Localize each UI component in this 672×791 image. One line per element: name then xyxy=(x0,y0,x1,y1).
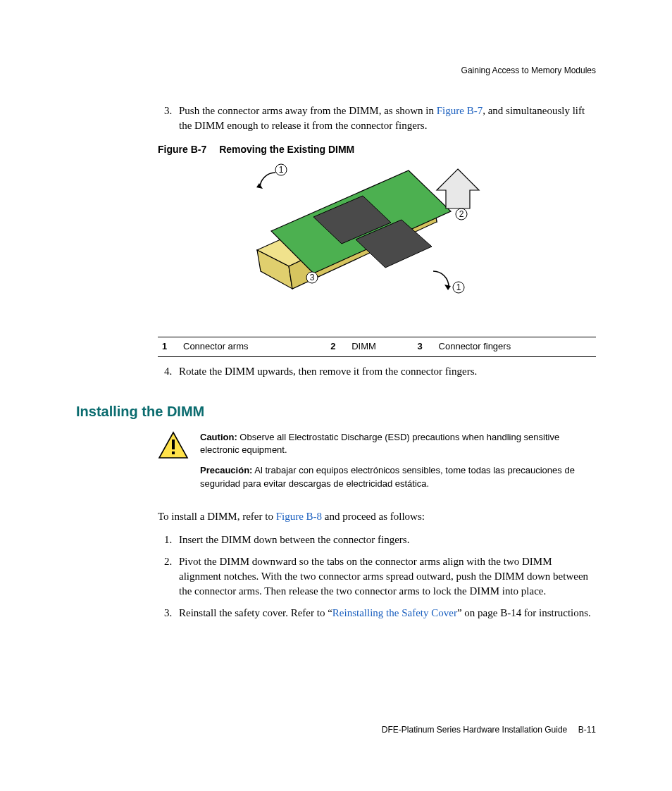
step-3-text-a: Push the connector arms away from the DI… xyxy=(179,105,437,116)
install-intro-b: and proceed as follows: xyxy=(322,511,425,522)
svg-rect-16 xyxy=(172,451,175,454)
remove-step-3: Push the connector arms away from the DI… xyxy=(175,104,596,133)
dimm-illustration: 1 1 2 3 xyxy=(222,162,532,324)
caution-block: Caution: Observe all Electrostatic Disch… xyxy=(158,431,596,498)
svg-marker-7 xyxy=(437,169,479,208)
figure-b8-link[interactable]: Figure B-8 xyxy=(276,511,322,522)
legend-3-text: Connector fingers xyxy=(435,337,596,356)
caution-label-es: Precaución: xyxy=(200,465,252,475)
install-intro-a: To install a DIMM, refer to xyxy=(158,511,276,522)
legend-1-text: Connector arms xyxy=(179,337,326,356)
install-step-2: Pivot the DIMM downward so the tabs on t… xyxy=(175,554,596,599)
section-heading-installing: Installing the DIMM xyxy=(76,401,596,421)
install-step-3-b: ” on page B-14 for instructions. xyxy=(457,607,591,618)
footer-doc-title: DFE-Platinum Series Hardware Installatio… xyxy=(382,725,567,735)
page-footer: DFE-Platinum Series Hardware Installatio… xyxy=(382,724,596,736)
install-steps: Insert the DIMM down between the connect… xyxy=(158,532,596,621)
install-step-3-a: Reinstall the safety cover. Refer to “ xyxy=(179,607,332,618)
caution-es: Precaución: Al trabajar con equipos elec… xyxy=(200,464,596,491)
caution-label-en: Caution: xyxy=(200,432,237,442)
legend-2-num: 2 xyxy=(326,337,347,356)
callout-1a: 1 xyxy=(279,165,284,175)
remove-steps-continued: Push the connector arms away from the DI… xyxy=(158,104,596,379)
caution-text-es: Al trabajar con equipos electrónicos sen… xyxy=(200,465,575,489)
legend-1-num: 1 xyxy=(158,337,179,356)
callout-3: 3 xyxy=(310,273,315,282)
page: Gaining Access to Memory Modules Push th… xyxy=(0,0,672,791)
running-header: Gaining Access to Memory Modules xyxy=(76,65,596,77)
figure-b7: 1 1 2 3 xyxy=(158,162,596,328)
legend-3-num: 3 xyxy=(413,337,435,356)
footer-page-number: B-11 xyxy=(578,725,596,735)
caution-text-en: Observe all Electrostatic Discharge (ESD… xyxy=(200,432,559,456)
figure-b7-link[interactable]: Figure B-7 xyxy=(437,105,483,116)
figure-label: Figure B-7 xyxy=(158,144,206,155)
figure-title: Removing the Existing DIMM xyxy=(219,144,354,155)
callout-2: 2 xyxy=(459,209,464,219)
callout-1b: 1 xyxy=(456,282,461,292)
install-step-1: Insert the DIMM down between the connect… xyxy=(175,532,596,547)
figure-legend: 1 Connector arms 2 DIMM 3 Connector fing… xyxy=(158,337,596,356)
figure-caption: Figure B-7 Removing the Existing DIMM xyxy=(158,143,596,157)
install-intro: To install a DIMM, refer to Figure B-8 a… xyxy=(158,509,596,524)
install-step-3: Reinstall the safety cover. Refer to “Re… xyxy=(175,606,596,621)
svg-rect-15 xyxy=(172,440,175,449)
remove-step-4: Rotate the DIMM upwards, then remove it … xyxy=(175,364,596,379)
caution-icon xyxy=(158,431,189,498)
svg-marker-8 xyxy=(256,183,263,189)
reinstall-cover-link[interactable]: Reinstalling the Safety Cover xyxy=(332,607,457,618)
svg-marker-9 xyxy=(444,285,451,290)
caution-en: Caution: Observe all Electrostatic Disch… xyxy=(200,431,596,458)
legend-2-text: DIMM xyxy=(347,337,413,356)
